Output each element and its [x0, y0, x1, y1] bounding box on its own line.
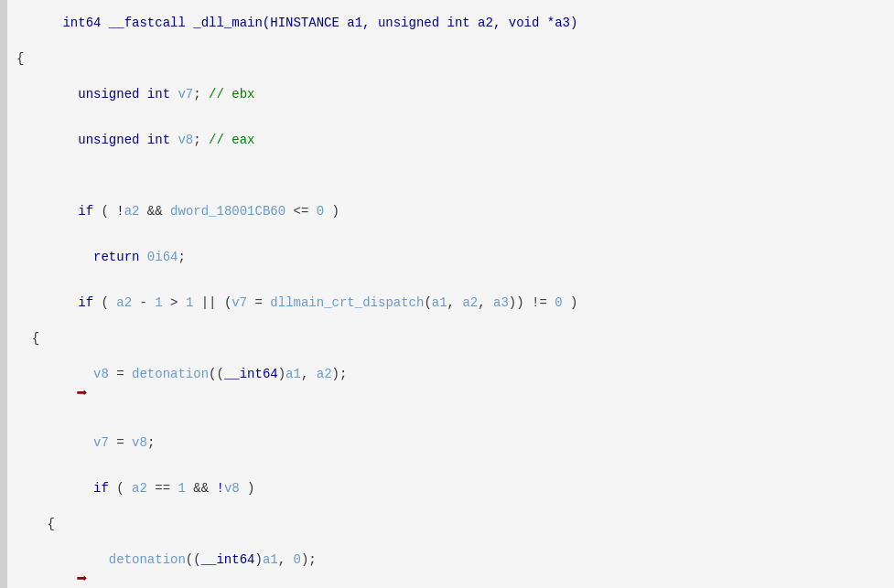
code-line-11: v7 = v8; [7, 420, 894, 465]
code-line-9: { [7, 326, 894, 351]
code-line-12: if ( a2 == 1 && !v8 ) [7, 465, 894, 511]
code-line-13: { [7, 511, 894, 537]
code-line-4: unsigned int v8; // eax [7, 117, 894, 163]
code-line-1: int64 __fastcall _dll_main(HINSTANCE a1,… [7, 0, 894, 46]
code-line-8: if ( a2 - 1 > 1 || (v7 = dllmain_crt_dis… [7, 280, 894, 326]
code-line-14: detonation((__int64)a1, 0); ➡ [7, 537, 894, 588]
arrow-icon-1: ➡ [76, 381, 87, 404]
code-line-5 [7, 163, 894, 188]
code-line-7: return 0i64; [7, 234, 894, 280]
code-editor: int64 __fastcall _dll_main(HINSTANCE a1,… [0, 0, 894, 588]
code-line-3: unsigned int v7; // ebx [7, 71, 894, 117]
code-line-10: v8 = detonation((__int64)a1, a2); ➡ [7, 351, 894, 420]
code-line-2: { [7, 46, 894, 71]
arrow-icon-2: ➡ [76, 567, 87, 588]
code-line-6: if ( !a2 && dword_18001CB60 <= 0 ) [7, 188, 894, 234]
